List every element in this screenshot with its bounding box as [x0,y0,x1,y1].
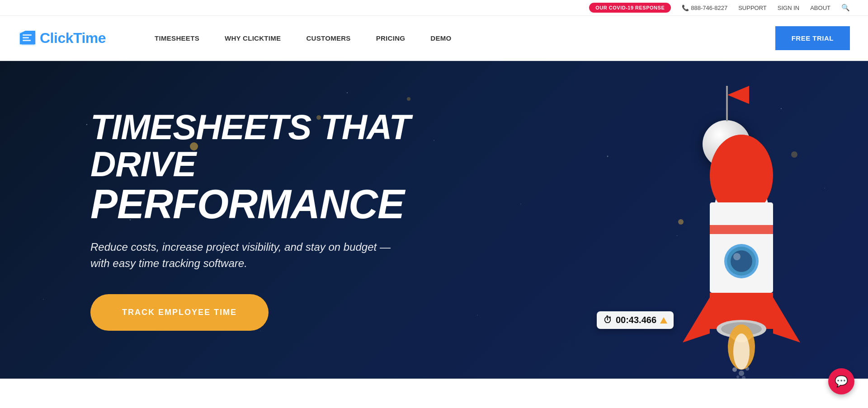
logo[interactable]: ClickTime [18,30,106,47]
svg-point-23 [736,375,739,378]
svg-point-11 [731,250,752,272]
nav-demo[interactable]: DEMO [418,16,464,61]
hero-content: TIMESHEETS THAT DRIVE PERFORMANCE Reduce… [90,109,443,331]
nav-why-clicktime[interactable]: WHY CLICKTIME [212,16,293,61]
timer-up-arrow [660,317,667,324]
top-bar: OUR COVID-19 RESPONSE 📞 888-746-8227 SUP… [0,0,868,16]
svg-point-19 [733,333,750,370]
logo-text: ClickTime [40,30,106,47]
svg-point-12 [733,253,741,260]
about-link[interactable]: ABOUT [810,5,830,11]
hero-title: TIMESHEETS THAT DRIVE PERFORMANCE [90,109,443,225]
hero-section: TIMESHEETS THAT DRIVE PERFORMANCE Reduce… [0,61,868,379]
svg-point-24 [742,376,745,379]
timer-icon: ⏱ [603,315,612,325]
svg-marker-14 [683,297,710,342]
golf-flag [727,86,749,104]
svg-point-6 [712,135,771,207]
cta-button[interactable]: TRACK EMPLOYEE TIME [90,294,269,331]
nav-customers[interactable]: CUSTOMERS [293,16,363,61]
search-icon[interactable]: 🔍 [841,4,850,12]
nav-links: TIMESHEETS WHY CLICKTIME CUSTOMERS PRICI… [142,16,775,61]
svg-point-20 [732,367,737,372]
logo-icon [18,30,38,47]
dot-6 [407,97,410,101]
chat-icon: 💬 [835,375,848,379]
signin-link[interactable]: SIGN IN [778,5,799,11]
hero-subtitle: Reduce costs, increase project visibilit… [90,239,398,272]
svg-point-22 [745,367,749,370]
nav-pricing[interactable]: PRICING [363,16,418,61]
nav-timesheets[interactable]: TIMESHEETS [142,16,212,61]
svg-point-21 [739,370,744,376]
svg-rect-2 [23,37,29,38]
phone-link[interactable]: 📞 888-746-8227 [682,5,727,11]
free-trial-button[interactable]: FREE TRIAL [775,26,850,50]
support-link[interactable]: SUPPORT [738,5,767,11]
covid-badge[interactable]: OUR COVID-19 RESPONSE [589,3,671,13]
timer-badge: ⏱ 00:43.466 [597,311,674,329]
navbar: ClickTime TIMESHEETS WHY CLICKTIME CUSTO… [0,16,868,61]
svg-rect-1 [23,34,32,36]
svg-rect-3 [23,40,31,41]
svg-marker-15 [773,297,800,342]
svg-rect-8 [710,225,773,234]
timer-value: 00:43.466 [616,315,656,325]
phone-icon: 📞 [682,5,689,11]
rocket-illustration [665,126,818,379]
